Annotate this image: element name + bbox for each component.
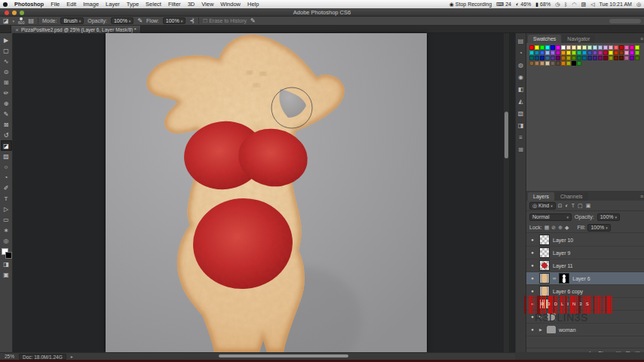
panel-menu-icon[interactable]: ≡ bbox=[640, 36, 643, 43]
color-swatch[interactable] bbox=[540, 51, 544, 55]
color-swatch[interactable] bbox=[572, 61, 576, 66]
layer-visibility-icon[interactable]: ● bbox=[529, 289, 536, 293]
blend-mode-select[interactable]: Normal▾ bbox=[529, 213, 572, 221]
color-swatch[interactable] bbox=[630, 56, 634, 60]
menu-select[interactable]: Select bbox=[146, 1, 161, 8]
lock-position-icon[interactable]: ⊕ bbox=[558, 225, 563, 231]
flow-select[interactable]: 100%▾ bbox=[163, 17, 186, 24]
layer-thumbnail[interactable] bbox=[539, 286, 550, 296]
color-swatch[interactable] bbox=[593, 56, 597, 60]
status-options-arrow-icon[interactable]: ▸ bbox=[71, 354, 73, 359]
lock-all-icon[interactable]: ◆ bbox=[565, 225, 569, 231]
properties-panel-icon[interactable]: ◔ bbox=[519, 50, 523, 57]
menu-photoshop[interactable]: Photoshop bbox=[14, 1, 44, 8]
layer-thumbnail[interactable] bbox=[539, 273, 550, 284]
eraser-tool[interactable]: ◪ bbox=[1, 140, 12, 151]
color-swatch[interactable] bbox=[603, 51, 608, 55]
menu-view[interactable]: View bbox=[201, 1, 213, 8]
layer-filter-kind-select[interactable]: ◎ Kind▾ bbox=[529, 202, 556, 210]
layer-fill-select[interactable]: 100%▾ bbox=[587, 224, 610, 232]
color-swatch[interactable] bbox=[577, 45, 581, 50]
lock-transparency-icon[interactable]: ▦ bbox=[544, 225, 550, 231]
counter-item[interactable]: ⌨24 bbox=[496, 2, 511, 8]
erase-to-history-checkbox[interactable]: ☐ Erase to History bbox=[203, 18, 247, 24]
dodge-tool[interactable]: ◔ bbox=[1, 172, 12, 183]
vertical-scrollbar[interactable] bbox=[504, 33, 509, 352]
airbrush-toggle-icon[interactable]: ⊰ bbox=[189, 17, 195, 24]
color-swatch[interactable] bbox=[566, 61, 571, 66]
color-swatch[interactable] bbox=[545, 51, 550, 55]
lasso-tool[interactable]: ∿ bbox=[1, 56, 12, 66]
layer-visibility-icon[interactable]: ● bbox=[529, 250, 536, 255]
menu-edit[interactable]: Edit bbox=[66, 1, 76, 8]
color-swatch[interactable] bbox=[535, 51, 539, 55]
tab-navigator[interactable]: Navigator bbox=[562, 35, 595, 43]
color-swatch[interactable] bbox=[635, 51, 639, 55]
pressure-opacity-icon[interactable]: ✎ bbox=[137, 17, 143, 24]
bluetooth-icon[interactable]: ᛒ bbox=[564, 2, 567, 7]
color-swatch[interactable] bbox=[566, 51, 571, 55]
color-swatch[interactable] bbox=[577, 61, 581, 66]
background-color-chip[interactable] bbox=[5, 252, 12, 259]
layer-visibility-icon[interactable]: ● bbox=[529, 238, 536, 242]
layer-thumbnail[interactable] bbox=[539, 247, 550, 258]
color-swatch[interactable] bbox=[593, 45, 597, 50]
color-swatch[interactable] bbox=[598, 56, 603, 60]
current-tool-icon[interactable]: ◪ bbox=[3, 17, 9, 24]
menu-clock[interactable]: Tue 10:21 AM bbox=[600, 2, 632, 7]
volume-icon[interactable]: ◁ bbox=[590, 2, 594, 8]
color-swatch[interactable] bbox=[540, 45, 544, 50]
gradient-tool[interactable]: ▨ bbox=[1, 151, 12, 161]
filter-pixel-layers-icon[interactable]: ⊡ bbox=[558, 203, 563, 209]
color-swatch[interactable] bbox=[572, 56, 576, 60]
quick-selection-tool[interactable]: ⊙ bbox=[1, 66, 12, 77]
color-swatch[interactable] bbox=[582, 56, 587, 60]
color-swatch[interactable] bbox=[535, 45, 539, 50]
wifi-icon[interactable]: ◠ bbox=[572, 2, 576, 8]
color-swatch[interactable] bbox=[561, 45, 566, 50]
layer-thumbnail[interactable] bbox=[539, 299, 550, 309]
brush-panel-toggle-icon[interactable]: ✎ bbox=[250, 17, 256, 24]
time-machine-icon[interactable]: ◷ bbox=[555, 2, 560, 8]
group-collapse-icon[interactable]: ▶ bbox=[539, 327, 544, 332]
filter-type-layers-icon[interactable]: T bbox=[572, 203, 575, 209]
color-swatch[interactable] bbox=[566, 45, 571, 50]
color-swatch[interactable] bbox=[582, 45, 587, 50]
battery-percent-item[interactable]: ▮68% bbox=[535, 2, 550, 8]
color-swatch[interactable] bbox=[535, 56, 539, 60]
opacity-select[interactable]: 100%▾ bbox=[111, 17, 133, 24]
menu-help[interactable]: Help bbox=[247, 1, 259, 8]
color-swatch[interactable] bbox=[624, 45, 629, 50]
color-swatch[interactable] bbox=[550, 56, 555, 60]
layer-thumbnail[interactable] bbox=[539, 260, 550, 271]
color-swatch[interactable] bbox=[545, 56, 550, 60]
layer-opacity-select[interactable]: 100%▾ bbox=[597, 213, 620, 221]
hand-tool[interactable]: ∗ bbox=[1, 225, 12, 235]
layer-row[interactable]: ●▶woman bbox=[526, 324, 644, 336]
color-swatch[interactable] bbox=[635, 45, 639, 50]
horizontal-scrollbar-thumb[interactable] bbox=[219, 354, 348, 357]
history-brush-tool[interactable]: ↺ bbox=[1, 130, 12, 140]
display-percent-item[interactable]: ◐46% bbox=[516, 2, 531, 7]
color-swatch[interactable] bbox=[587, 56, 592, 60]
workspace-switcher[interactable] bbox=[609, 19, 641, 23]
color-swatch[interactable] bbox=[614, 51, 618, 55]
eyedropper-tool[interactable]: ✏ bbox=[1, 87, 12, 98]
color-swatch[interactable] bbox=[635, 56, 639, 60]
layer-row[interactable]: ●∞Layer 6 bbox=[526, 272, 644, 285]
layer-row[interactable]: ●▶ bbox=[526, 311, 644, 324]
color-swatch[interactable] bbox=[587, 51, 592, 55]
input-source-icon[interactable]: ▨ bbox=[581, 2, 587, 8]
color-swatch[interactable] bbox=[619, 56, 624, 60]
vertical-scrollbar-thumb[interactable] bbox=[504, 112, 508, 158]
history-panel-icon[interactable]: ▤ bbox=[518, 38, 524, 44]
filter-shape-layers-icon[interactable]: ▢ bbox=[578, 203, 583, 209]
color-swatch[interactable] bbox=[609, 51, 613, 55]
color-swatch[interactable] bbox=[572, 45, 576, 50]
mode-select[interactable]: Brush▾ bbox=[60, 17, 84, 24]
zoom-level-value[interactable]: 25% bbox=[5, 354, 14, 359]
apple-logo-icon[interactable] bbox=[3, 2, 8, 7]
spotlight-icon[interactable]: ◎ bbox=[636, 2, 641, 8]
color-swatch[interactable] bbox=[609, 45, 613, 50]
panel-menu-icon[interactable]: ≡ bbox=[640, 194, 643, 201]
